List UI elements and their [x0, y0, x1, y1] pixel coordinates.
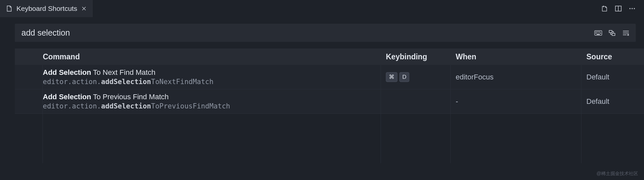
cell-keybinding: [381, 89, 451, 113]
col-header-keybinding[interactable]: Keybinding: [381, 52, 451, 61]
tab-keyboard-shortcuts[interactable]: Keyboard Shortcuts: [0, 0, 93, 17]
cell-command: Add Selection To Next Find Match editor.…: [43, 65, 381, 89]
search-input[interactable]: [21, 28, 594, 38]
search-bar: [15, 24, 636, 42]
empty-rows: [15, 114, 644, 163]
svg-point-3: [631, 8, 633, 9]
svg-point-2: [630, 8, 631, 9]
svg-point-6: [596, 32, 596, 32]
col-header-command[interactable]: Command: [43, 52, 381, 61]
cell-keybinding: ⌘ D: [381, 65, 451, 89]
svg-point-7: [597, 32, 598, 32]
cell-command: Add Selection To Previous Find Match edi…: [43, 89, 381, 113]
record-keys-icon[interactable]: [594, 29, 602, 37]
col-header-source[interactable]: Source: [581, 52, 644, 61]
command-title: Add Selection To Previous Find Match: [43, 93, 381, 101]
command-id: editor.action.addSelectionToPreviousFind…: [43, 102, 381, 110]
more-actions-icon[interactable]: [628, 5, 636, 13]
keycap: ⌘: [386, 72, 397, 82]
search-actions: [594, 29, 630, 37]
clear-search-icon[interactable]: [622, 29, 630, 37]
svg-point-10: [596, 33, 596, 34]
cell-when: -: [451, 89, 581, 113]
table-header: Command Keybinding When Source: [15, 48, 644, 65]
tab-group: Keyboard Shortcuts: [0, 0, 93, 17]
keyboard-shortcuts-editor: Command Keybinding When Source Add Selec…: [15, 24, 644, 163]
svg-rect-12: [597, 34, 600, 35]
command-id: editor.action.addSelectionToNextFindMatc…: [43, 78, 381, 86]
table-row[interactable]: Add Selection To Next Find Match editor.…: [15, 65, 644, 89]
tab-bar: Keyboard Shortcuts: [0, 0, 644, 17]
svg-point-4: [634, 8, 635, 9]
svg-rect-14: [612, 33, 615, 36]
split-editor-icon[interactable]: [614, 5, 622, 13]
svg-point-9: [600, 32, 600, 32]
tab-title: Keyboard Shortcuts: [16, 5, 77, 13]
command-title: Add Selection To Next Find Match: [43, 68, 381, 77]
col-header-when[interactable]: When: [451, 52, 581, 61]
svg-point-11: [600, 33, 601, 34]
sort-precedence-icon[interactable]: [608, 29, 616, 37]
shortcuts-table: Command Keybinding When Source Add Selec…: [15, 48, 644, 163]
cell-source: Default: [581, 89, 644, 113]
row-gutter: [15, 89, 43, 113]
keycap: D: [399, 72, 409, 82]
row-gutter: [15, 65, 43, 89]
cell-when: editorFocus: [451, 65, 581, 89]
file-icon: [6, 5, 13, 12]
table-row[interactable]: Add Selection To Previous Find Match edi…: [15, 89, 644, 114]
open-json-icon[interactable]: [601, 5, 608, 13]
svg-point-8: [598, 32, 599, 32]
svg-rect-13: [609, 30, 612, 33]
title-actions: [601, 5, 644, 13]
watermark: @稀土掘金技术社区: [597, 171, 638, 177]
cell-source: Default: [581, 65, 644, 89]
close-icon[interactable]: [81, 6, 87, 12]
